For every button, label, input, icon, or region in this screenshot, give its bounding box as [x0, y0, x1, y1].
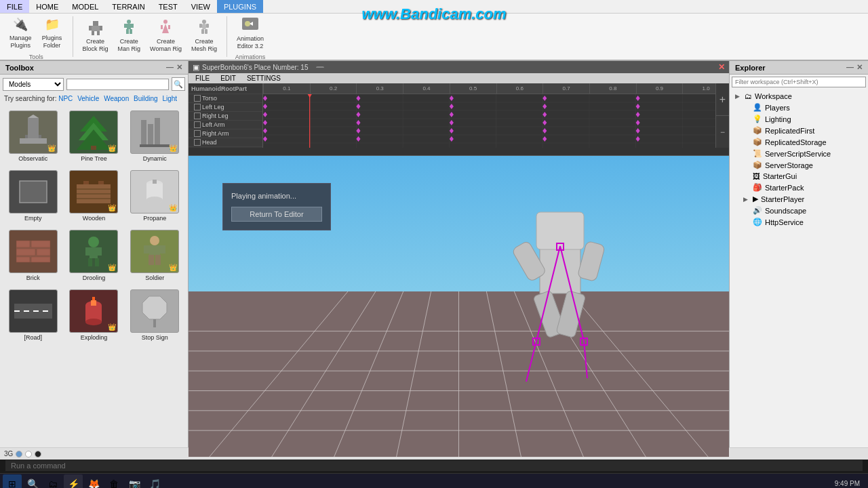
model-road[interactable]: [Road] — [4, 287, 62, 344]
model-brick[interactable]: Brick — [4, 227, 62, 284]
menu-file[interactable]: FILE — [0, 0, 29, 13]
model-drooling[interactable]: 👑 Drooling — [65, 227, 123, 284]
model-empty[interactable]: Empty — [4, 167, 62, 224]
manage-plugins-button[interactable]: 🔌 ManagePlugins — [5, 13, 36, 52]
toolbox-close-icon[interactable]: ✕ — [176, 63, 182, 72]
model-dynamic-label: Dynamic — [143, 155, 167, 162]
anim-menu-settings[interactable]: SETTINGS — [243, 74, 285, 83]
taskbar-start-button[interactable]: ⊞ — [3, 474, 22, 489]
keyframe-area — [263, 94, 729, 148]
menu-plugins[interactable]: PLUGINS — [217, 0, 263, 13]
menu-terrain[interactable]: TERRAIN — [105, 0, 151, 13]
explorer-search-input[interactable] — [732, 77, 866, 87]
explorer: Explorer — ✕ ▶ 🗂 Workspace 👤 Players � — [729, 61, 868, 457]
model-brick-label: Brick — [26, 274, 40, 281]
svg-rect-15 — [168, 25, 170, 29]
animations-group-label: Animations — [235, 54, 266, 60]
model-exploding-label: Exploding — [81, 334, 108, 341]
tree-workspace[interactable]: ▶ 🗂 Workspace — [730, 91, 868, 102]
tree-soundscape[interactable]: 🔊 Soundscape — [730, 205, 868, 216]
menubar: FILE HOME MODEL TERRAIN TEST VIEW PLUGIN… — [0, 0, 868, 14]
anim-tab[interactable] — [316, 66, 324, 68]
taskbar-trash-icon[interactable]: 🗑 — [104, 474, 123, 489]
crown-badge-observatic: 👑 — [47, 144, 56, 152]
create-block-rig-button[interactable]: CreateBlock Rig — [79, 16, 113, 56]
animation-editor-button[interactable]: AnimationEditor 3.2 — [233, 13, 268, 52]
menu-home[interactable]: HOME — [29, 0, 65, 13]
taskbar-music-icon[interactable]: 🎵 — [145, 474, 164, 489]
anim-close-button[interactable]: ✕ — [718, 62, 725, 72]
replicated-first-label: ReplicatedFirst — [765, 127, 814, 135]
http-service-icon: 🌐 — [753, 218, 762, 226]
tree-replicated-storage[interactable]: 📦 ReplicatedStorage — [730, 136, 868, 148]
anim-menu-edit[interactable]: EDIT — [216, 74, 240, 83]
model-propane[interactable]: 👑 Propane — [125, 167, 184, 224]
svg-point-62 — [150, 236, 159, 245]
link-building[interactable]: Building — [134, 95, 158, 102]
return-to-editor-button[interactable]: Return To Editor — [231, 207, 322, 222]
taskbar-search-icon[interactable]: 🔍 — [23, 474, 42, 489]
svg-point-12 — [163, 20, 167, 24]
model-wooden[interactable]: 👑 Wooden — [65, 167, 123, 224]
menu-model[interactable]: MODEL — [65, 0, 105, 13]
character — [499, 192, 621, 409]
taskbar: ⊞ 🔍 🗂 ⚡ 🦊 🗑 📷 🎵 9:49 PM — [0, 473, 868, 488]
svg-rect-44 — [98, 181, 104, 184]
timeline-add-button[interactable]: + — [716, 83, 729, 116]
svg-rect-145 — [540, 246, 580, 293]
tree-server-storage[interactable]: 📦 ServerStorage — [730, 159, 868, 171]
explorer-title: Explorer — [735, 64, 766, 72]
create-woman-rig-button[interactable]: CreateWoman Rig — [146, 16, 186, 56]
svg-point-23 — [245, 21, 250, 26]
color-circle-white — [25, 451, 32, 458]
model-road-label: [Road] — [24, 334, 43, 341]
link-weapon[interactable]: Weapon — [104, 95, 129, 102]
tree-lighting[interactable]: 💡 Lighting — [730, 113, 868, 125]
model-stop-sign[interactable]: Stop Sign — [125, 287, 184, 344]
tree-starter-gui[interactable]: 🖼 StarterGui — [730, 171, 868, 182]
link-light[interactable]: Light — [162, 95, 177, 102]
taskbar-files-icon[interactable]: 🗂 — [43, 474, 62, 489]
svg-rect-55 — [31, 257, 50, 262]
svg-rect-33 — [91, 146, 96, 150]
anim-window-icon: ▣ — [193, 63, 199, 72]
taskbar-chrome-icon[interactable]: ⚡ — [64, 474, 83, 489]
create-man-rig-button[interactable]: CreateMan Rig — [114, 16, 145, 56]
tree-starter-pack[interactable]: 🎒 StarterPack — [730, 182, 868, 193]
svg-rect-11 — [130, 29, 132, 34]
explorer-minimize-icon[interactable]: — — [846, 63, 854, 72]
taskbar-firefox-icon[interactable]: 🦊 — [84, 474, 103, 489]
model-observatic[interactable]: 👑 Observatic — [4, 108, 62, 165]
tree-replicated-first[interactable]: 📦 ReplicatedFirst — [730, 125, 868, 136]
menu-view[interactable]: VIEW — [184, 0, 217, 13]
anim-menu-file[interactable]: FILE — [191, 74, 214, 83]
toolbox-minimize-icon[interactable]: — — [166, 63, 174, 72]
taskbar-camera-icon[interactable]: 📷 — [125, 474, 144, 489]
command-input[interactable] — [5, 460, 863, 471]
link-vehicle[interactable]: Vehicle — [77, 95, 99, 102]
create-mesh-rig-button[interactable]: CreateMesh Rig — [187, 16, 221, 56]
svg-rect-59 — [98, 247, 102, 256]
svg-rect-53 — [37, 249, 50, 256]
menu-test[interactable]: TEST — [152, 0, 184, 13]
search-button[interactable]: 🔍 — [172, 77, 185, 91]
search-input[interactable] — [66, 79, 169, 90]
tree-server-script-service[interactable]: 📜 ServerScriptService — [730, 148, 868, 159]
tree-http-service[interactable]: 🌐 HttpService — [730, 216, 868, 228]
link-npc[interactable]: NPC — [58, 95, 73, 102]
color-circle-black — [35, 451, 41, 458]
model-pine-tree[interactable]: 👑 Pine Tree — [65, 108, 123, 165]
model-dynamic[interactable]: 👑 Dynamic — [125, 108, 184, 165]
tree-starter-player[interactable]: ▶ ▶ StarterPlayer — [730, 193, 868, 205]
plugins-folder-button[interactable]: 📁 PluginsFolder — [37, 13, 67, 52]
timeline-scroll-button[interactable]: − — [716, 116, 729, 148]
animation-editor: ▣ SuperBonbon6's Place Number: 15 ✕ FILE… — [189, 61, 729, 156]
toolbox-dropdown[interactable]: Models — [3, 78, 64, 91]
lighting-label: Lighting — [765, 115, 791, 123]
model-soldier-thumb: 👑 — [130, 230, 179, 273]
model-soldier[interactable]: 👑 Soldier — [125, 227, 184, 284]
model-exploding[interactable]: 👑 Exploding — [65, 287, 123, 344]
explorer-close-icon[interactable]: ✕ — [856, 63, 863, 72]
tree-players[interactable]: 👤 Players — [730, 102, 868, 113]
man-rig-icon — [119, 19, 138, 37]
